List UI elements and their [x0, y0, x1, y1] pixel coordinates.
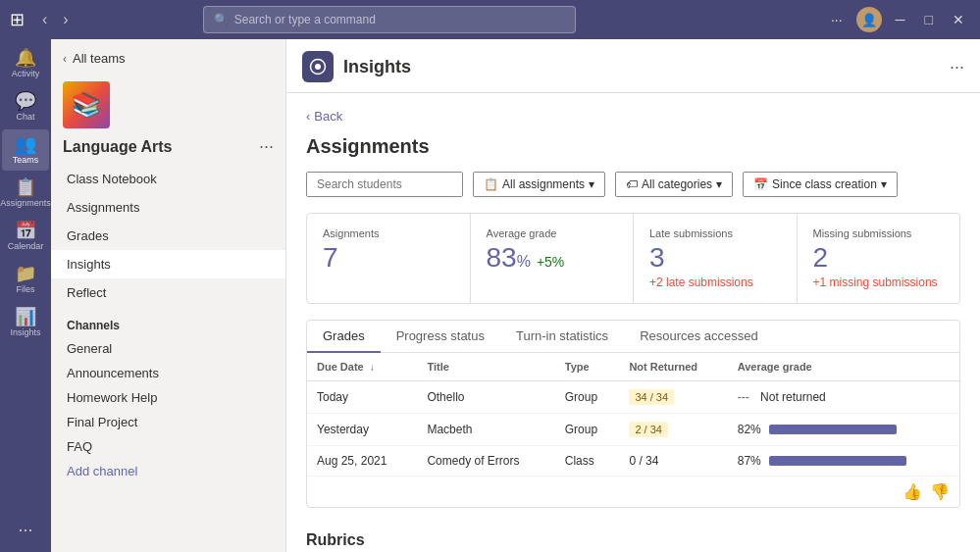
- sidebar-item-chat[interactable]: 💬 Chat: [2, 86, 49, 127]
- channel-faq[interactable]: FAQ: [51, 434, 285, 459]
- global-search-bar[interactable]: 🔍: [203, 6, 576, 33]
- page-header: Insights ···: [286, 39, 980, 93]
- channels-list: General Announcements Homework Help Fina…: [51, 336, 285, 459]
- back-to-teams-link[interactable]: ‹ All teams: [51, 47, 285, 74]
- row1-grade-dash: ---: [738, 390, 749, 404]
- sidebar-nav-assignments[interactable]: Assignments: [51, 193, 285, 222]
- sidebar-nav-grades[interactable]: Grades: [51, 222, 285, 250]
- sidebar-item-activity[interactable]: 🔔 Activity: [2, 43, 49, 84]
- global-search-input[interactable]: [234, 13, 565, 26]
- not-returned-badge: 34 / 34: [629, 389, 674, 405]
- nav-arrows: ‹ ›: [36, 9, 75, 30]
- th-average-grade: Average grade: [728, 353, 959, 381]
- team-more-button[interactable]: ···: [259, 136, 274, 157]
- late-submissions-label: Late submissions: [649, 227, 781, 239]
- all-assignments-filter[interactable]: 📋 All assignments ▾: [473, 172, 605, 197]
- rubrics-section: Rubrics English proficiency Reading comp…: [286, 531, 980, 552]
- more-options-button[interactable]: ···: [825, 10, 849, 29]
- row2-title: Macbeth: [417, 413, 554, 445]
- header-more-button[interactable]: ···: [950, 57, 964, 77]
- row3-type: Class: [555, 445, 620, 476]
- sidebar-item-calendar[interactable]: 📅 Calendar: [2, 216, 49, 257]
- tab-turn-in-statistics[interactable]: Turn-in statistics: [500, 321, 624, 353]
- average-grade-value: 83%: [487, 243, 531, 274]
- date-dropdown-icon: ▾: [881, 177, 887, 191]
- activity-nav-wrap: 🔔 Activity: [2, 43, 49, 84]
- grades-tabs-row: Grades Progress status Turn-in statistic…: [307, 321, 959, 353]
- since-creation-filter[interactable]: 📅 Since class creation ▾: [743, 172, 898, 197]
- row2-not-returned: 2 / 34: [619, 413, 727, 445]
- team-name-row: Language Arts ···: [51, 136, 285, 165]
- stats-row: Asignments 7 Average grade 83% +5% Late …: [306, 213, 960, 304]
- thumbs-down-button[interactable]: 👎: [930, 482, 950, 501]
- sort-icon: ↓: [370, 362, 375, 373]
- categories-filter-icon: 🏷: [626, 177, 638, 191]
- tab-grades[interactable]: Grades: [307, 321, 381, 353]
- nav-forward-button[interactable]: ›: [57, 9, 74, 30]
- due-date-header-label: Due Date: [317, 361, 364, 373]
- row1-type: Group: [555, 380, 620, 413]
- teams-label: Teams: [13, 155, 39, 165]
- row3-average-grade: 87%: [728, 445, 959, 476]
- row3-grade-bar-container: 87%: [738, 454, 950, 468]
- more-apps-icon: ···: [18, 521, 32, 538]
- avatar[interactable]: 👤: [856, 7, 882, 32]
- activity-label: Activity: [12, 69, 40, 78]
- table-row: Yesterday Macbeth Group 2 / 34 82%: [307, 413, 959, 445]
- back-to-teams-label: All teams: [73, 51, 125, 66]
- sidebar-nav-reflect[interactable]: Reflect: [51, 278, 285, 307]
- sidebar-item-teams[interactable]: 👥 Teams: [2, 129, 49, 171]
- content-area: ‹ Back Assignments 📋 All assignments ▾ 🏷…: [286, 93, 980, 531]
- missing-submissions-sub: +1 missing submissions: [813, 276, 945, 289]
- assignments-stat-value: 7: [323, 243, 454, 274]
- assignments-label: Assignments: [0, 198, 51, 208]
- missing-submissions-label: Missing submissions: [813, 227, 945, 239]
- search-students-input[interactable]: [306, 172, 463, 197]
- channel-general[interactable]: General: [51, 336, 285, 361]
- chat-label: Chat: [16, 112, 34, 122]
- sidebar-nav-class-notebook[interactable]: Class Notebook: [51, 165, 285, 193]
- back-chevron-icon: ‹: [306, 109, 310, 124]
- sidebar-item-insights[interactable]: 📊 Insights: [2, 302, 49, 343]
- close-button[interactable]: ✕: [947, 10, 970, 29]
- all-categories-filter[interactable]: 🏷 All categories ▾: [615, 172, 733, 197]
- tab-progress-status[interactable]: Progress status: [381, 321, 500, 353]
- assignments-stat-label: Asignments: [323, 227, 454, 239]
- sidebar-item-assignments[interactable]: 📋 Assignments: [2, 173, 49, 214]
- svg-point-1: [315, 64, 321, 70]
- title-bar-actions: ··· 👤 ─ □ ✕: [825, 7, 970, 32]
- more-apps-button[interactable]: ···: [2, 515, 49, 544]
- channel-homework-help[interactable]: Homework Help: [51, 385, 285, 410]
- channel-announcements[interactable]: Announcements: [51, 361, 285, 385]
- back-arrow-icon: ‹: [63, 52, 67, 66]
- since-creation-label: Since class creation: [772, 177, 877, 191]
- sidebar: ‹ All teams 📚 Language Arts ··· Class No…: [51, 39, 286, 552]
- row3-grade-value: 87%: [738, 454, 761, 468]
- sidebar-nav-insights[interactable]: Insights: [51, 250, 285, 278]
- minimize-button[interactable]: ─: [890, 10, 911, 29]
- add-channel-link[interactable]: Add channel: [51, 459, 285, 483]
- channel-final-project[interactable]: Final Project: [51, 410, 285, 434]
- nav-back-button[interactable]: ‹: [36, 9, 53, 30]
- page-title: Insights: [343, 57, 411, 77]
- teams-icon: 👥: [15, 135, 36, 153]
- row3-grade-bar: [769, 456, 906, 466]
- thumbs-up-button[interactable]: 👍: [903, 482, 922, 501]
- stat-card-missing: Missing submissions 2 +1 missing submiss…: [798, 214, 960, 303]
- nav-items-list: Class Notebook Assignments Grades Insigh…: [51, 165, 285, 307]
- main-content: Insights ··· ‹ Back Assignments 📋 All as…: [286, 39, 980, 552]
- back-link[interactable]: ‹ Back: [306, 109, 960, 124]
- page-header-left: Insights: [302, 51, 411, 82]
- missing-submissions-value: 2: [813, 243, 945, 274]
- rubrics-title: Rubrics: [306, 531, 960, 549]
- date-filter-icon: 📅: [753, 177, 768, 191]
- sidebar-item-files[interactable]: 📁 Files: [2, 259, 49, 300]
- calendar-label: Calendar: [8, 241, 44, 251]
- maximize-button[interactable]: □: [919, 10, 939, 29]
- table-row: Aug 25, 2021 Comedy of Errors Class 0 / …: [307, 445, 959, 476]
- tab-resources-accessed[interactable]: Resources accessed: [624, 321, 774, 353]
- files-icon: 📁: [15, 265, 36, 282]
- app-logo: ⊞: [10, 9, 25, 30]
- grades-table-container: Grades Progress status Turn-in statistic…: [306, 320, 960, 508]
- back-link-label: Back: [314, 109, 342, 124]
